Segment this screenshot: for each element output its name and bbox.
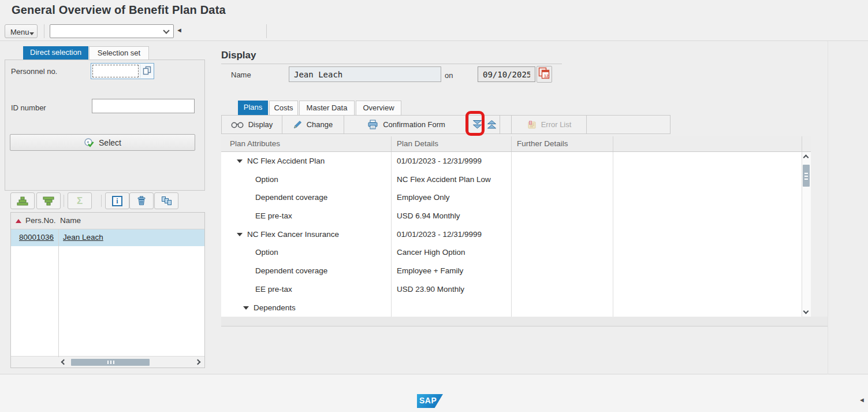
select-button-label: Select [99, 138, 121, 147]
scroll-down-icon[interactable] [803, 309, 809, 314]
scroll-up-icon[interactable] [803, 155, 809, 161]
column-header-empty [613, 136, 802, 151]
column-header-pers-no[interactable]: Pers.No. [25, 216, 56, 225]
title-bar: General Overview of Benefit Plan Data [0, 0, 868, 21]
table-row-selected[interactable]: 80001036 Jean Leach [11, 229, 204, 246]
table-row[interactable]: Dependent coverage Employee Only [221, 188, 811, 207]
collapse-history-icon[interactable]: ◄ [176, 27, 182, 34]
trash-icon [136, 196, 147, 206]
confirmation-form-button[interactable]: Confirmation Form [344, 116, 469, 133]
collapse-all-icon[interactable] [486, 120, 497, 129]
toolbar-separator [101, 195, 102, 207]
toolbar-separator [44, 24, 44, 38]
select-button[interactable]: Select [10, 134, 195, 151]
sap-window: General Overview of Benefit Plan Data Me… [0, 0, 868, 412]
vertical-scrollbar[interactable] [802, 152, 811, 317]
plan-table-header: Plan Attributes Plan Details Further Det… [221, 136, 811, 152]
error-list-button-disabled: ! Error List [511, 116, 587, 133]
command-input[interactable] [52, 26, 159, 36]
column-divider [58, 229, 59, 357]
table-row[interactable]: NC Flex Cancer Insurance 01/01/2023 - 12… [221, 225, 811, 244]
change-button-label: Change [307, 120, 333, 129]
tab-overview[interactable]: Overview [356, 101, 401, 115]
sort-ascending-button[interactable] [10, 192, 35, 209]
table-row[interactable]: EE pre-tax USD 23.90 Monthly [221, 280, 811, 299]
tab-master-data[interactable]: Master Data [299, 101, 355, 115]
annotation-red-highlight [465, 111, 485, 136]
name-input[interactable] [289, 66, 441, 82]
column-header-name[interactable]: Name [60, 216, 81, 225]
tree-expander-icon[interactable] [243, 306, 249, 310]
multiple-selection-button[interactable] [140, 64, 154, 78]
results-header-row: Pers.No. Name [11, 213, 204, 229]
table-row[interactable]: Option NC Flex Accident Plan Low [221, 170, 811, 189]
id-number-input[interactable] [92, 99, 195, 113]
selection-group-box: Personnel no. ID number [5, 60, 205, 191]
tab-costs[interactable]: Costs [269, 101, 298, 115]
display-button-label: Display [248, 120, 273, 129]
svg-text:!: ! [530, 121, 531, 125]
tab-plans[interactable]: Plans [238, 101, 268, 115]
error-list-label: Error List [541, 120, 572, 129]
panel-right-edge [828, 41, 828, 374]
sort-indicator-icon[interactable] [16, 219, 21, 223]
date-input[interactable] [478, 66, 535, 82]
svg-text:12: 12 [544, 74, 549, 78]
toolbar-separator [64, 195, 64, 207]
column-header-plan-attributes[interactable]: Plan Attributes [221, 136, 392, 151]
personnel-no-input[interactable] [92, 65, 139, 77]
personnel-name-link[interactable]: Jean Leach [63, 233, 103, 242]
display-button[interactable]: Display [222, 116, 282, 133]
sort-ascending-icon [17, 196, 28, 206]
scrollbar-thumb[interactable] [803, 165, 810, 187]
column-header-plan-details[interactable]: Plan Details [392, 136, 512, 151]
views-button[interactable] [154, 192, 178, 209]
change-button[interactable]: Change [282, 116, 344, 133]
date-picker-button[interactable]: 12 [537, 66, 552, 83]
info-button[interactable]: i [105, 192, 129, 209]
tab-selection-set[interactable]: Selection set [89, 46, 149, 60]
plan-actions-toolbar: Display Change Confirmation Form [221, 115, 670, 134]
table-row[interactable]: EE pre-tax USD 6.94 Monthly [221, 207, 811, 225]
copy-pages-icon [142, 66, 152, 75]
printer-icon [367, 120, 378, 129]
display-heading: Display [221, 50, 256, 61]
tree-expander-icon[interactable] [237, 233, 243, 236]
error-list-icon: ! [527, 120, 537, 129]
glasses-icon [231, 121, 244, 128]
sort-descending-icon [43, 196, 54, 206]
menu-bar: Menu ◄ « « ✕ [0, 21, 868, 41]
id-number-label: ID number [11, 103, 46, 112]
chevron-down-icon[interactable] [163, 27, 169, 34]
heading-rule [221, 64, 562, 64]
calendar-icon: 12 [538, 66, 551, 80]
table-row[interactable]: Dependents [221, 299, 811, 317]
plan-table-body: NC Flex Accident Plan 01/01/2023 - 12/31… [221, 152, 811, 317]
menu-button-label: Menu [10, 28, 29, 36]
column-header-further-details[interactable]: Further Details [512, 136, 613, 151]
page-title: General Overview of Benefit Plan Data [12, 3, 226, 17]
horizontal-scrollbar[interactable] [11, 356, 204, 368]
table-row[interactable]: Dependent coverage Employee + Family [221, 262, 811, 280]
main-area: Direct selection Selection set Personnel… [0, 41, 868, 374]
table-row[interactable]: NC Flex Accident Plan 01/01/2023 - 12/31… [221, 152, 811, 170]
tab-direct-selection[interactable]: Direct selection [23, 46, 88, 60]
side-panel-collapse-icon[interactable]: ◄ [859, 396, 865, 403]
command-field[interactable] [50, 24, 174, 38]
tree-expander-icon[interactable] [237, 159, 243, 163]
plan-table-footer [221, 317, 828, 326]
personnel-results-list: Pers.No. Name 80001036 Jean Leach [10, 212, 205, 368]
scroll-right-icon[interactable] [195, 359, 201, 365]
delete-button[interactable] [129, 192, 154, 209]
table-row[interactable]: Option Cancer High Option [221, 243, 811, 262]
menu-button[interactable]: Menu [5, 24, 38, 38]
sap-logo: SAP [417, 394, 443, 408]
pencil-icon [293, 120, 302, 129]
personnel-no-label: Personnel no. [11, 67, 57, 76]
scroll-left-icon[interactable] [61, 359, 67, 365]
sort-descending-button[interactable] [36, 192, 61, 209]
personnel-number-link[interactable]: 80001036 [19, 233, 54, 242]
scrollbar-thumb[interactable] [71, 359, 150, 366]
personnel-no-field-group [91, 63, 154, 79]
info-icon: i [112, 196, 122, 206]
